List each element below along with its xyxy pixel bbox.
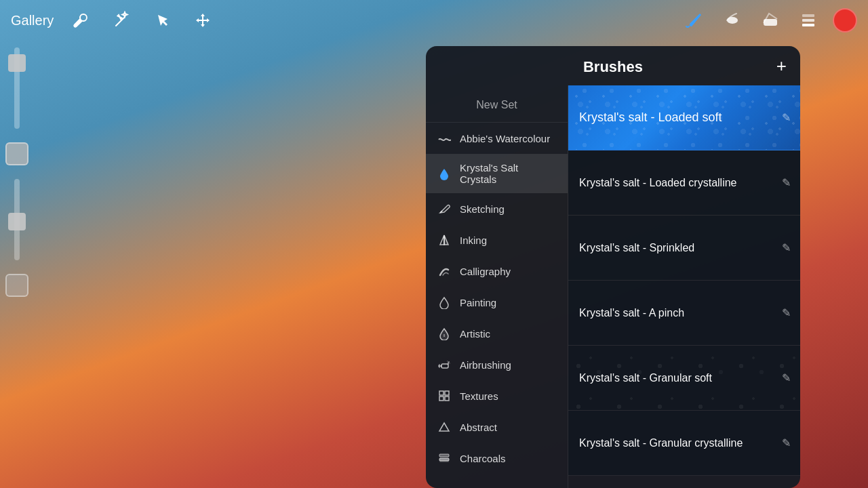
category-painting[interactable]: Painting bbox=[426, 287, 568, 318]
top-toolbar: Gallery bbox=[0, 0, 868, 41]
airbrush-icon bbox=[437, 357, 452, 372]
new-set-label: New Set bbox=[476, 99, 517, 111]
brush-edit-icon-0[interactable]: ✎ bbox=[782, 111, 791, 124]
svg-rect-12 bbox=[439, 396, 443, 401]
gallery-button[interactable]: Gallery bbox=[11, 13, 54, 28]
category-airbrushing[interactable]: Airbrushing bbox=[426, 349, 568, 380]
brush-item-granular-soft[interactable]: Krystal's salt - Granular soft ✎ bbox=[568, 346, 800, 411]
category-sketching-label: Sketching bbox=[460, 203, 505, 215]
category-calligraphy[interactable]: Calligraphy bbox=[426, 256, 568, 287]
opacity-slider[interactable] bbox=[14, 179, 20, 260]
selection-tool[interactable] bbox=[149, 7, 176, 34]
brush-item-a-pinch[interactable]: Krystal's salt - A pinch ✎ bbox=[568, 281, 800, 346]
brush-size-thumb[interactable] bbox=[8, 54, 26, 72]
droplet-active-icon bbox=[437, 166, 452, 181]
svg-point-9 bbox=[449, 363, 450, 363]
layers-tool[interactable] bbox=[795, 7, 822, 34]
category-abstract-label: Abstract bbox=[460, 422, 497, 433]
wave-icon bbox=[437, 131, 452, 146]
color-picker[interactable] bbox=[833, 8, 857, 33]
brush-name-a-pinch: Krystal's salt - A pinch bbox=[579, 307, 684, 319]
smudge-tool[interactable] bbox=[719, 7, 746, 34]
brush-name-loaded-crystalline: Krystal's salt - Loaded crystalline bbox=[579, 177, 736, 189]
triangle-icon bbox=[437, 420, 452, 434]
eraser-tool[interactable] bbox=[757, 7, 784, 34]
brush-categories: New Set Abbie's Watercolour Krysta bbox=[426, 85, 568, 488]
toolbar-left: Gallery bbox=[11, 7, 216, 34]
svg-rect-15 bbox=[439, 458, 449, 461]
brush-name-sprinkled: Krystal's salt - Sprinkled bbox=[579, 242, 694, 254]
add-brush-button[interactable]: + bbox=[776, 57, 787, 75]
category-charcoals-label: Charcoals bbox=[460, 453, 506, 464]
toolbar-right bbox=[681, 7, 857, 34]
category-artistic[interactable]: Artistic bbox=[426, 318, 568, 349]
brush-edit-icon-2[interactable]: ✎ bbox=[782, 241, 791, 254]
category-textures[interactable]: Textures bbox=[426, 380, 568, 411]
svg-rect-16 bbox=[439, 461, 449, 462]
brushes-header: Brushes + bbox=[426, 46, 800, 85]
category-textures-label: Textures bbox=[460, 390, 498, 402]
calligraphy-icon bbox=[437, 264, 452, 279]
left-sidebar bbox=[0, 41, 34, 488]
brush-tool[interactable] bbox=[681, 7, 708, 34]
category-krystals-label: Krystal's Salt Crystals bbox=[460, 162, 557, 185]
opacity-swatch[interactable] bbox=[5, 142, 28, 165]
droplet-icon bbox=[437, 295, 452, 310]
category-abbies-watercolour[interactable]: Abbie's Watercolour bbox=[426, 123, 568, 154]
brushes-title: Brushes bbox=[583, 58, 643, 76]
category-sketching[interactable]: Sketching bbox=[426, 193, 568, 224]
magic-wand-tool[interactable] bbox=[108, 7, 135, 34]
category-calligraphy-label: Calligraphy bbox=[460, 266, 511, 277]
color-swatch[interactable] bbox=[5, 274, 28, 297]
brush-size-slider[interactable] bbox=[14, 47, 20, 129]
category-inking[interactable]: Inking bbox=[426, 224, 568, 256]
svg-rect-13 bbox=[445, 396, 449, 401]
pen-nib-icon bbox=[437, 232, 452, 247]
grid-icon bbox=[437, 388, 452, 403]
brush-item-loaded-crystalline[interactable]: Krystal's salt - Loaded crystalline ✎ bbox=[568, 150, 800, 216]
svg-rect-11 bbox=[445, 391, 449, 395]
category-painting-label: Painting bbox=[460, 297, 496, 308]
opacity-thumb[interactable] bbox=[8, 213, 26, 230]
category-airbrushing-label: Airbrushing bbox=[460, 359, 511, 371]
category-charcoals[interactable]: Charcoals bbox=[426, 443, 568, 474]
brush-edit-icon-5[interactable]: ✎ bbox=[782, 436, 791, 449]
move-tool[interactable] bbox=[189, 7, 216, 34]
svg-rect-10 bbox=[439, 391, 443, 395]
svg-rect-4 bbox=[802, 24, 814, 26]
brushes-panel: Brushes + New Set Abbie's Watercolour bbox=[426, 46, 800, 488]
brush-name-granular-soft: Krystal's salt - Granular soft bbox=[579, 372, 712, 384]
brush-edit-icon-4[interactable]: ✎ bbox=[782, 371, 791, 384]
svg-rect-2 bbox=[802, 14, 814, 17]
svg-rect-14 bbox=[439, 454, 449, 457]
brush-list: Krystal's salt - Loaded soft ✎ Krystal's… bbox=[568, 85, 800, 488]
category-abstract[interactable]: Abstract bbox=[426, 411, 568, 443]
droplet-2-icon bbox=[437, 326, 452, 341]
category-krystals-salt[interactable]: Krystal's Salt Crystals bbox=[426, 154, 568, 193]
brush-item-granular-crystalline[interactable]: Krystal's salt - Granular crystalline ✎ bbox=[568, 411, 800, 476]
category-new-set[interactable]: New Set bbox=[426, 88, 568, 123]
brush-name-loaded-soft: Krystal's salt - Loaded soft bbox=[579, 110, 722, 125]
pencil-icon bbox=[437, 201, 452, 216]
category-inking-label: Inking bbox=[460, 235, 487, 246]
stack-icon bbox=[437, 451, 452, 466]
brush-edit-icon-1[interactable]: ✎ bbox=[782, 176, 791, 189]
svg-point-8 bbox=[447, 361, 448, 361]
category-artistic-label: Artistic bbox=[460, 328, 490, 340]
svg-rect-6 bbox=[441, 364, 448, 368]
wrench-tool[interactable] bbox=[67, 7, 94, 34]
brush-item-loaded-soft[interactable]: Krystal's salt - Loaded soft ✎ bbox=[568, 85, 800, 150]
brush-edit-icon-3[interactable]: ✎ bbox=[782, 306, 791, 319]
brush-item-sprinkled[interactable]: Krystal's salt - Sprinkled ✎ bbox=[568, 216, 800, 281]
brushes-body: New Set Abbie's Watercolour Krysta bbox=[426, 85, 800, 488]
category-abbies-label: Abbie's Watercolour bbox=[460, 133, 550, 144]
svg-rect-3 bbox=[802, 19, 814, 22]
brush-name-granular-crystalline: Krystal's salt - Granular crystalline bbox=[579, 437, 743, 449]
svg-point-7 bbox=[448, 361, 450, 363]
